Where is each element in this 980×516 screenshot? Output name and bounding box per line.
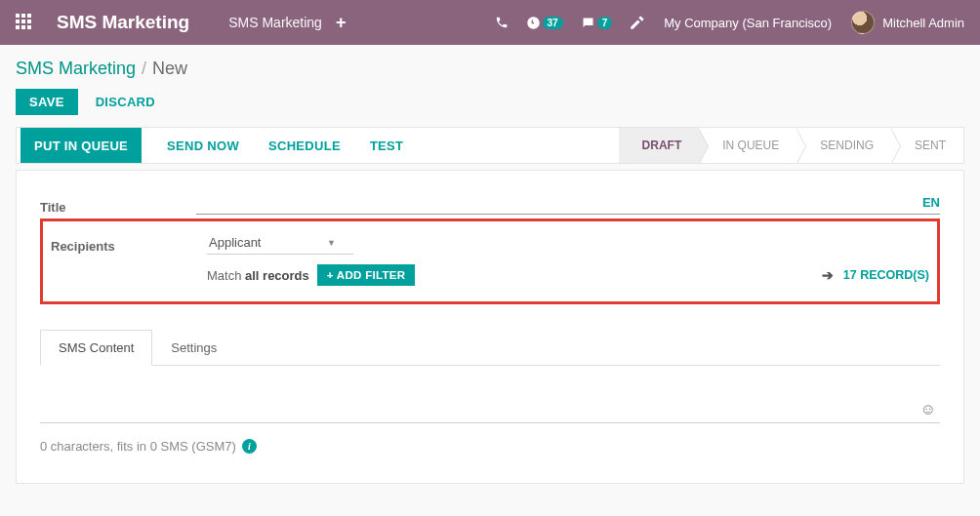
discuss-badge: 7 — [597, 17, 613, 29]
caret-down-icon: ▼ — [327, 238, 336, 248]
stage-sent[interactable]: SENT — [891, 128, 963, 163]
app-brand: SMS Marketing — [57, 12, 189, 33]
activities-badge: 37 — [543, 17, 563, 29]
stage-draft[interactable]: DRAFT — [619, 128, 700, 163]
tab-sms-content[interactable]: SMS Content — [40, 330, 152, 366]
recipients-model-select[interactable]: Applicant ▼ — [207, 231, 353, 255]
put-in-queue-button[interactable]: PUT IN QUEUE — [20, 128, 142, 163]
sms-body-input[interactable] — [40, 401, 917, 418]
user-menu[interactable]: Mitchell Admin — [851, 11, 964, 34]
avatar — [851, 11, 875, 34]
emoji-icon[interactable]: ☺ — [917, 401, 940, 418]
title-label: Title — [40, 194, 196, 215]
stage-pipeline: DRAFT IN QUEUE SENDING SENT — [619, 128, 963, 163]
form-tabs: SMS Content Settings — [40, 330, 940, 366]
test-button[interactable]: TEST — [366, 128, 407, 163]
schedule-button[interactable]: SCHEDULE — [265, 128, 345, 163]
breadcrumb-root[interactable]: SMS Marketing — [16, 59, 136, 79]
recipients-model-value: Applicant — [209, 235, 261, 250]
company-selector[interactable]: My Company (San Francisco) — [664, 16, 832, 30]
statusbar: PUT IN QUEUE SEND NOW SCHEDULE TEST DRAF… — [16, 127, 964, 164]
recipients-label: Recipients — [51, 233, 207, 254]
activities-icon[interactable]: 37 — [526, 16, 563, 30]
lang-toggle[interactable]: EN — [922, 195, 940, 210]
title-input[interactable] — [196, 194, 915, 210]
records-count: 17 RECORD(S) — [843, 268, 929, 282]
add-menu-icon[interactable]: + — [336, 13, 347, 33]
breadcrumb-sep: / — [142, 59, 146, 79]
studio-icon[interactable] — [630, 16, 644, 30]
discuss-icon[interactable]: 7 — [581, 16, 613, 30]
stage-sending[interactable]: SENDING — [796, 128, 891, 163]
send-now-button[interactable]: SEND NOW — [163, 128, 243, 163]
records-link[interactable]: ➔ 17 RECORD(S) — [822, 267, 929, 283]
nav-menu-sms-marketing[interactable]: SMS Marketing — [228, 15, 322, 30]
discard-button[interactable]: DISCARD — [96, 95, 155, 109]
breadcrumb-current: New — [152, 59, 187, 79]
apps-icon[interactable] — [16, 14, 33, 31]
recipients-highlight: Recipients Applicant ▼ Match all records… — [40, 218, 940, 304]
match-text: Match all records — [207, 268, 309, 283]
char-counter: 0 characters, fits in 0 SMS (GSM7) — [40, 439, 236, 454]
breadcrumb: SMS Marketing / New — [16, 45, 964, 89]
add-filter-button[interactable]: + ADD FILTER — [317, 264, 416, 286]
tab-settings[interactable]: Settings — [152, 330, 235, 366]
arrow-right-icon: ➔ — [822, 267, 834, 283]
phone-icon[interactable] — [495, 16, 509, 29]
char-counter-row: 0 characters, fits in 0 SMS (GSM7) i — [40, 439, 940, 454]
form-sheet: Title EN Recipients Applicant ▼ Match al… — [16, 170, 964, 484]
info-icon[interactable]: i — [242, 439, 257, 454]
save-button[interactable]: SAVE — [16, 89, 78, 115]
stage-in-queue[interactable]: IN QUEUE — [699, 128, 796, 163]
user-name: Mitchell Admin — [882, 16, 964, 30]
top-navbar: SMS Marketing SMS Marketing + 37 7 My Co… — [0, 0, 980, 45]
